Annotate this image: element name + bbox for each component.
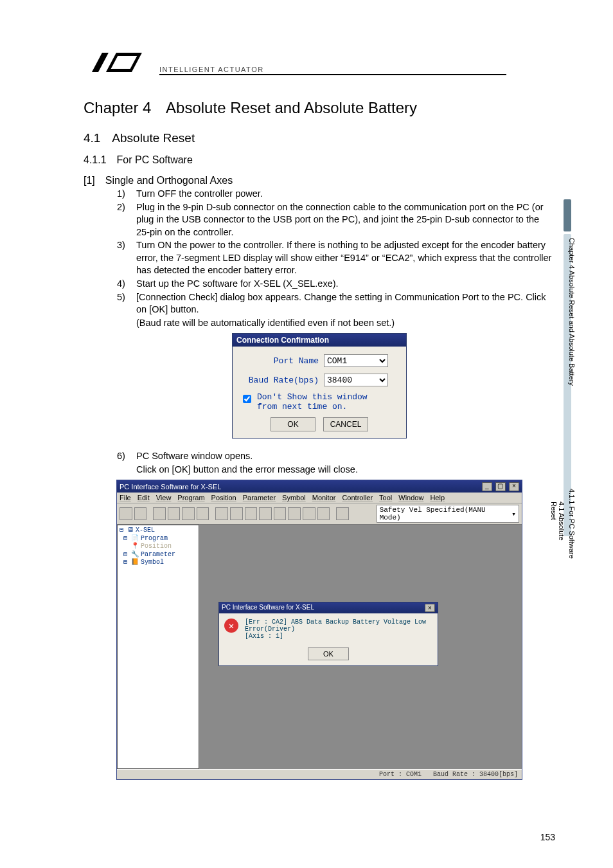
dont-show-line2: from next time on. (257, 402, 347, 411)
step-text: PC Software window opens. (136, 450, 555, 463)
brand-header: INTELLIGENT ACTUATOR (84, 51, 555, 73)
step-number: 2) (117, 201, 130, 239)
project-tree[interactable]: ⊟ 🖥 X-SEL ⊞ 📄 Program 📍 Position ⊞ 🔧 Par… (117, 525, 199, 769)
toolbar-button[interactable] (245, 507, 258, 520)
svg-rect-0 (92, 53, 109, 72)
toolbar-button[interactable] (134, 507, 147, 520)
toolbar-button[interactable] (259, 507, 272, 520)
steps-list-2: 6)PC Software window opens. Click on [OK… (117, 450, 555, 476)
baud-rate-label: Baud Rate(bps) (240, 375, 319, 385)
error-icon: ✕ (224, 619, 238, 633)
error-line-2: [Axis : 1] (245, 633, 432, 640)
step-number: 1) (117, 188, 130, 201)
page-number: 153 (540, 832, 555, 842)
step-number: 3) (117, 239, 130, 277)
app-title: PC Interface Software for X-SEL (120, 483, 221, 491)
toolbar-button[interactable] (215, 507, 228, 520)
toolbar-button[interactable] (168, 507, 181, 520)
step-text: Turn OFF the controller power. (136, 188, 555, 201)
status-bar: Port : COM1 Baud Rate : 38400[bps] (117, 769, 522, 779)
step-text: Turn ON the power to the controller. If … (136, 239, 555, 277)
port-name-select[interactable]: COM1 (324, 354, 388, 367)
chapter-title: Chapter 4 Absolute Reset and Absolute Ba… (84, 99, 555, 117)
dont-show-checkbox[interactable] (243, 395, 251, 403)
close-button[interactable]: × (509, 482, 519, 491)
tree-node: Parameter (141, 551, 175, 559)
menu-window[interactable]: Window (398, 494, 423, 502)
toolbar-button[interactable] (120, 507, 132, 520)
step-number: 4) (117, 278, 130, 291)
ok-button[interactable]: OK (271, 417, 315, 431)
workspace: PC Interface Software for X-SEL × ✕ [Err… (199, 525, 522, 769)
toolbar-button[interactable] (197, 507, 209, 520)
menu-monitor[interactable]: Monitor (312, 494, 336, 502)
tree-node: Position (141, 543, 172, 551)
connection-confirmation-dialog: Connection Confirmation Port Name COM1 B… (232, 333, 407, 439)
toolbar-button[interactable] (182, 507, 195, 520)
menu-program[interactable]: Program (177, 494, 204, 502)
status-port: Port : COM1 (379, 771, 422, 778)
close-icon[interactable]: × (425, 604, 435, 612)
toolbar-button[interactable] (274, 507, 287, 520)
dont-show-line1: Don't Show this window (257, 392, 368, 402)
error-dialog-title: PC Interface Software for X-SEL (222, 604, 314, 612)
menu-bar: File Edit View Program Position Paramete… (117, 493, 522, 503)
toolbar-button[interactable] (317, 507, 330, 520)
menu-parameter[interactable]: Parameter (243, 494, 276, 502)
error-ok-button[interactable]: OK (308, 647, 349, 660)
steps-list: 1)Turn OFF the controller power. 2)Plug … (117, 188, 555, 329)
tree-root: X-SEL (136, 527, 155, 535)
step-text-2: Click on [OK] button and the error messa… (136, 464, 555, 476)
section-title: 4.1 Absolute Reset (84, 131, 555, 145)
menu-help[interactable]: Help (430, 494, 445, 502)
mode-label: Safety Vel Specified(MANU Mode) (380, 506, 508, 521)
window-controls: _ ▢ × (481, 482, 519, 491)
side-chapter-label: Chapter 4 Absolute Reset and Absolute Ba… (568, 238, 576, 386)
toolbar-button[interactable] (336, 507, 349, 520)
side-section-2: 4.1.1 For PC Software (568, 489, 576, 559)
step-text: Start up the PC software for X-SEL (X_SE… (136, 278, 555, 291)
minimize-button[interactable]: _ (482, 482, 492, 491)
error-line-1: [Err : CA2] ABS Data Backup Battery Volt… (245, 619, 432, 633)
error-dialog: PC Interface Software for X-SEL × ✕ [Err… (218, 602, 438, 666)
step-number: 5) (117, 291, 130, 316)
step-note: (Baud rate will be automatically identif… (136, 317, 555, 330)
baud-rate-select[interactable]: 38400 (324, 374, 388, 386)
toolbar-button[interactable] (288, 507, 301, 520)
dialog-title: Connection Confirmation (233, 334, 406, 347)
toolbar-button[interactable] (303, 507, 315, 520)
menu-file[interactable]: File (120, 494, 131, 502)
toolbar-button[interactable] (230, 507, 243, 520)
pc-software-window: PC Interface Software for X-SEL _ ▢ × Fi… (116, 480, 522, 780)
menu-symbol[interactable]: Symbol (282, 494, 306, 502)
tree-node: Program (141, 535, 168, 543)
port-name-label: Port Name (240, 356, 319, 366)
status-baud: Baud Rate : 38400[bps] (433, 771, 518, 778)
menu-position[interactable]: Position (211, 494, 236, 502)
brand-name: INTELLIGENT ACTUATOR (159, 66, 393, 73)
menu-tool[interactable]: Tool (379, 494, 392, 502)
step-number: 6) (117, 450, 130, 463)
chevron-down-icon: ▾ (511, 510, 516, 518)
subsection-title: 4.1.1 For PC Software (84, 154, 555, 166)
toolbar-button[interactable] (153, 507, 166, 520)
menu-edit[interactable]: Edit (138, 494, 150, 502)
mode-select[interactable]: Safety Vel Specified(MANU Mode) ▾ (377, 505, 519, 523)
toolbar: Safety Vel Specified(MANU Mode) ▾ (117, 503, 522, 525)
menu-view[interactable]: View (156, 494, 172, 502)
cancel-button[interactable]: CANCEL (323, 417, 368, 431)
step-text: [Connection Check] dialog box appears. C… (136, 291, 555, 316)
brand-logo-icon (84, 51, 154, 73)
step-text: Plug in the 9-pin D-sub connector on the… (136, 201, 555, 239)
tree-node: Symbol (141, 559, 164, 567)
side-tab: Chapter 4 Absolute Reset and Absolute Ba… (560, 199, 574, 559)
side-section-1: 4.1 Absolute Reset (550, 502, 565, 559)
maximize-button[interactable]: ▢ (495, 482, 506, 491)
menu-controller[interactable]: Controller (342, 494, 373, 502)
item-title: [1] Single and Orthogonal Axes (84, 175, 555, 186)
